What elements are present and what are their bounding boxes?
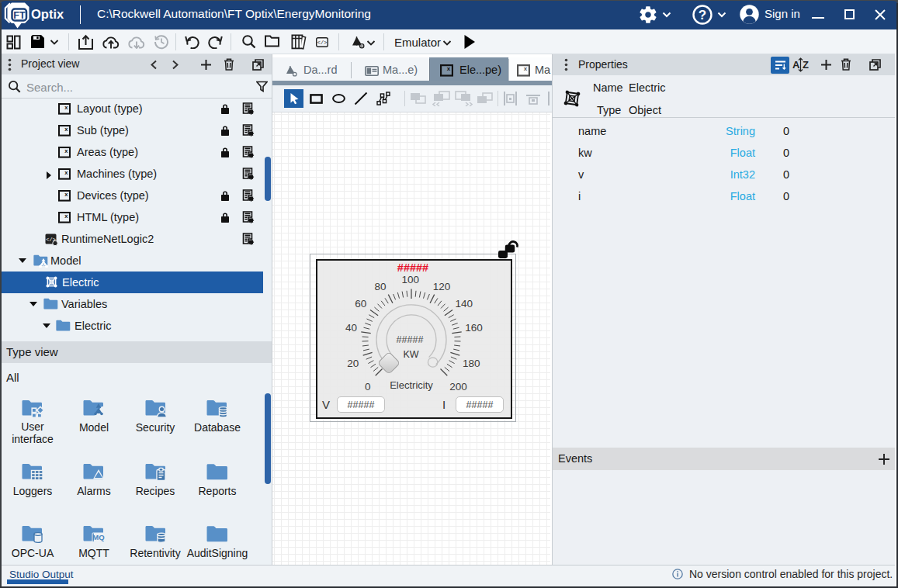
svg-text:140: 140 [455,298,473,310]
svg-text:160: 160 [465,322,483,334]
svg-text:120: 120 [433,281,451,292]
svg-text:20: 20 [347,358,359,369]
svg-text:60: 60 [355,298,366,310]
svg-text:180: 180 [463,358,480,369]
svg-text:100: 100 [401,274,419,285]
svg-text:KW: KW [403,349,418,360]
svg-text:#####: ##### [397,334,424,345]
svg-text:#####: ##### [397,261,428,274]
svg-text:Electricity: Electricity [390,379,433,391]
svg-text:40: 40 [345,322,357,334]
svg-text:200: 200 [449,381,467,393]
svg-text:80: 80 [374,281,386,292]
svg-text:FT: FT [13,10,26,21]
svg-text:?: ? [699,8,706,22]
svg-text:</>: </> [317,40,328,46]
svg-text:0: 0 [365,381,371,393]
svg-text:MQ: MQ [92,533,104,541]
